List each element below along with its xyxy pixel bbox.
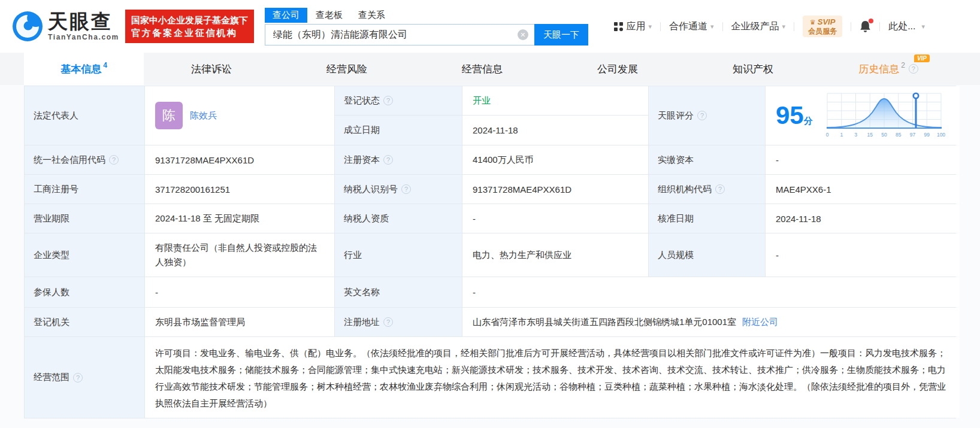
svg-text:1: 1 (840, 132, 843, 138)
field-label-org-code: 组织机构代码 (649, 175, 765, 204)
field-value-staff-size: - (766, 233, 960, 277)
certification-line2: 官方备案企业征信机构 (131, 26, 248, 39)
notifications-button[interactable] (860, 20, 871, 33)
account-label: 此处... (888, 20, 915, 33)
help-icon[interactable] (383, 155, 393, 165)
tab-legal-proceedings[interactable]: 法律诉讼 (144, 53, 279, 85)
score-bell-curve (827, 99, 941, 128)
tab-history-count: 2 (901, 61, 905, 69)
nav-enterprise-products[interactable]: 企业级产品 (731, 20, 786, 33)
score-chart: 0 1 3 15 50 85 97 99 100 (821, 91, 949, 140)
address-text: 山东省菏泽市东明县城关街道五四路西段北侧锦绣城1单元01001室 (473, 317, 736, 328)
field-label-english-name: 英文名称 (335, 277, 462, 307)
divider (879, 22, 880, 31)
field-value-registered-capital: 41400万人民币 (462, 145, 648, 174)
account-menu[interactable]: 此处... (888, 20, 925, 33)
field-value-registration-authority: 东明县市场监督管理局 (145, 308, 334, 336)
svg-text:99: 99 (924, 132, 930, 138)
top-header: 天眼查 TianYanCha.com 国家中小企业发展子基金旗下 官方备案企业征… (0, 0, 980, 53)
field-value-uscc: 91371728MAE4PXX61D (145, 145, 334, 174)
chevron-down-icon (782, 23, 786, 31)
field-label-tianyan-score: 天眼评分 (649, 86, 765, 145)
help-icon[interactable] (109, 155, 119, 165)
field-value-taxpayer-qualification: - (462, 204, 648, 233)
search-block: 查公司 查老板 查关系 天眼一下 (265, 7, 588, 45)
score-marker-head (914, 93, 918, 98)
chevron-down-icon (710, 23, 714, 31)
tab-basic-info[interactable]: 基本信息 4 (24, 53, 144, 85)
brand-name: 天眼查 (48, 11, 119, 32)
field-label-business-scope: 经营范围 (25, 337, 144, 418)
search-tabs: 查公司 查老板 查关系 (265, 7, 588, 23)
help-icon[interactable] (715, 184, 725, 194)
divider (851, 22, 851, 31)
field-label-staff-size: 人员规模 (649, 233, 765, 277)
svg-text:85: 85 (896, 132, 902, 138)
tab-basic-info-count: 4 (103, 61, 107, 69)
score-axis-labels: 0 1 3 15 50 85 97 99 100 (825, 132, 945, 138)
field-value-org-code: MAE4PXX6-1 (766, 175, 960, 204)
search-input[interactable] (265, 24, 534, 45)
field-value-tianyan-score: 95分 (766, 86, 960, 145)
field-label-registered-address: 注册地址 (335, 308, 462, 336)
divider (660, 22, 661, 31)
field-label-approval-date: 核准日期 (649, 204, 765, 233)
field-value-industry: 电力、热力生产和供应业 (462, 233, 648, 277)
field-value-paid-in-capital: - (766, 145, 960, 174)
help-icon[interactable] (73, 373, 83, 383)
section-tabbar: 基本信息 4 法律诉讼 经营风险 经营信息 公司发展 知识产权 VIP 历史信息… (0, 53, 980, 85)
field-value-registration-number: 371728200161251 (145, 175, 334, 204)
search-button[interactable]: 天眼一下 (534, 24, 588, 45)
field-label-paid-in-capital: 实缴资本 (649, 145, 765, 174)
field-label-company-type: 企业类型 (25, 233, 144, 277)
avatar[interactable]: 陈 (155, 102, 183, 129)
field-value-business-scope: 许可项目：发电业务、输电业务、供（配）电业务。（依法须经批准的项目，经相关部门批… (145, 337, 960, 418)
svip-member-button[interactable]: SVIP 会员服务 (803, 16, 842, 37)
nav-apps[interactable]: 应用 (614, 20, 652, 33)
basic-info-section: 法定代表人 陈 陈效兵 登记状态 开业 成立日期 2024-11-18 天眼评分… (0, 85, 980, 428)
svg-text:97: 97 (909, 132, 915, 138)
tianyancha-logo[interactable]: 天眼查 TianYanCha.com (12, 11, 119, 42)
help-icon[interactable] (401, 184, 411, 194)
help-icon[interactable] (383, 96, 393, 105)
nav-cooperation-channel[interactable]: 合作通道 (669, 20, 714, 33)
nav-apps-label: 应用 (627, 20, 646, 33)
search-tab-company[interactable]: 查公司 (265, 8, 307, 23)
help-icon[interactable] (697, 111, 707, 120)
divider (794, 22, 794, 31)
tab-company-development[interactable]: 公司发展 (550, 53, 685, 85)
certification-line1: 国家中小企业发展子基金旗下 (131, 14, 248, 26)
chevron-down-icon (921, 23, 925, 31)
field-label-taxpayer-id: 纳税人识别号 (335, 175, 462, 204)
field-label-business-term: 营业期限 (25, 204, 144, 233)
svip-label: SVIP (808, 17, 837, 27)
field-value-taxpayer-id: 91371728MAE4PXX61D (462, 175, 648, 204)
score-number: 95 (776, 101, 804, 129)
tab-intellectual-property[interactable]: 知识产权 (685, 53, 821, 85)
tab-business-risk[interactable]: 经营风险 (279, 53, 415, 85)
field-label-establish-date: 成立日期 (335, 116, 462, 145)
tab-business-info[interactable]: 经营信息 (415, 53, 550, 85)
nav-products-label: 企业级产品 (731, 20, 779, 33)
clear-search-icon[interactable] (518, 29, 528, 40)
field-label-legal-representative: 法定代表人 (25, 86, 144, 145)
apps-grid-icon (614, 22, 623, 31)
field-value-insured-count: - (145, 277, 334, 307)
notification-dot (869, 19, 873, 23)
field-value-approval-date: 2024-11-18 (766, 204, 960, 233)
field-label-registration-authority: 登记机关 (25, 308, 144, 336)
field-label-registered-capital: 注册资本 (335, 145, 462, 174)
field-value-business-term: 2024-11-18 至 无固定期限 (145, 204, 334, 233)
tab-history-info[interactable]: VIP 历史信息 2 (821, 53, 956, 85)
help-icon[interactable] (383, 317, 393, 327)
field-label-industry: 行业 (335, 233, 462, 277)
field-label-insured-count: 参保人数 (25, 277, 144, 307)
legal-representative-link[interactable]: 陈效兵 (190, 110, 217, 122)
svg-text:50: 50 (881, 132, 887, 138)
help-icon[interactable] (909, 64, 918, 74)
search-tab-relation[interactable]: 查关系 (358, 8, 385, 23)
tianyancha-logo-icon (12, 11, 43, 42)
search-tab-boss[interactable]: 查老板 (316, 8, 343, 23)
score-unit: 分 (804, 116, 813, 126)
nearby-companies-link[interactable]: 附近公司 (742, 317, 778, 328)
